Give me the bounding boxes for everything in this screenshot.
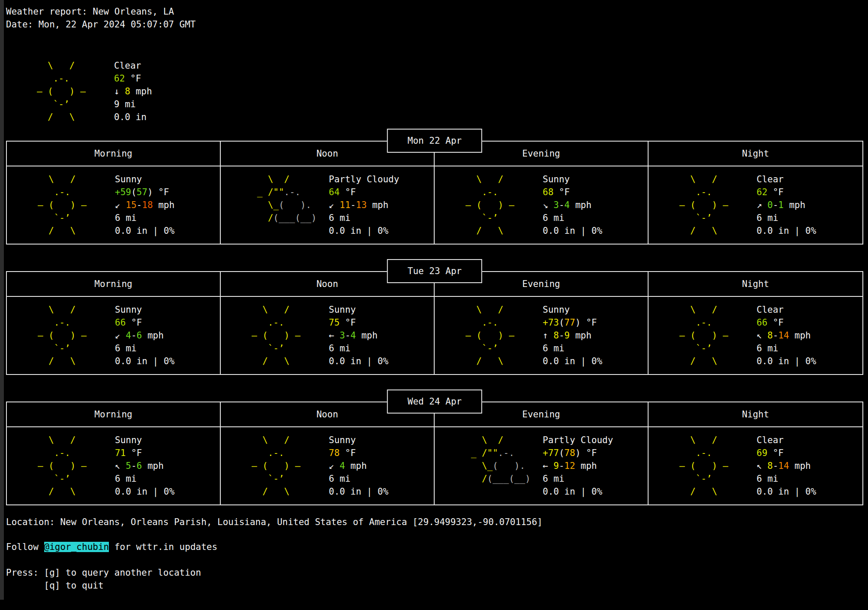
condition-text: Sunny — [115, 303, 174, 316]
weather-art-partly: \ / _ /"".-. \_( ). /(___(__) — [221, 173, 329, 237]
forecast-table-wed-24-apr: Wed 24 AprMorningNoonEveningNight \ / .-… — [6, 402, 863, 505]
precipitation-text: 0.0 in — [114, 111, 152, 124]
forecast-cell-noon: \ / _ /"".-. \_( ). /(___(__) Partly Clo… — [221, 166, 435, 244]
temperature-text: 62 °F — [757, 186, 816, 199]
wind-text: ← 3-4 mph — [329, 329, 388, 342]
weather-art-sunny: \ / .-. ‒ ( ) ‒ `-’ / \ — [221, 303, 329, 368]
visibility-text: 6 mi — [329, 211, 399, 224]
weather-report: Weather report: New Orleans, LA Date: Mo… — [6, 5, 863, 592]
visibility-text: 6 mi — [329, 472, 388, 485]
report-date: Date: Mon, 22 Apr 2024 05:07:07 GMT — [6, 18, 863, 31]
weather-art-sunny: \ / .-. ‒ ( ) ‒ `-’ / \ — [435, 303, 543, 368]
visibility-text: 6 mi — [757, 472, 816, 485]
condition-text: Clear — [114, 59, 152, 72]
temperature-text: +73(77) °F — [543, 316, 602, 329]
forecast-cell-info: Sunny71 °F↖ 5-6 mph6 mi0.0 in | 0% — [115, 434, 174, 498]
condition-text: Clear — [757, 434, 816, 447]
wind-text: ↗ 0-1 mph — [757, 199, 816, 211]
period-header-night: Night — [649, 142, 862, 166]
condition-text: Clear — [757, 173, 816, 186]
condition-text: Partly Cloudy — [543, 434, 613, 447]
wind-text: ↑ 8-9 mph — [543, 329, 602, 342]
precipitation-text: 0.0 in | 0% — [329, 485, 388, 498]
visibility-text: 9 mi — [114, 98, 152, 111]
weather-art-sunny: \ / .-. ‒ ( ) ‒ `-’ / \ — [7, 173, 115, 237]
wind-text: ← 9-12 mph — [543, 459, 613, 472]
keyboard-hints: Press: [g] to query another location [q]… — [6, 566, 863, 592]
visibility-text: 6 mi — [543, 211, 602, 224]
temperature-text: 75 °F — [329, 316, 388, 329]
precipitation-text: 0.0 in | 0% — [543, 224, 602, 237]
temperature-text: 64 °F — [329, 186, 399, 199]
precipitation-text: 0.0 in | 0% — [543, 485, 613, 498]
wind-text: ↓ 8 mph — [114, 85, 152, 98]
temperature-text: +59(57) °F — [115, 186, 174, 199]
twitter-handle-badge[interactable]: @igor_chubin — [44, 542, 109, 552]
condition-text: Clear — [757, 303, 816, 316]
weather-art-sunny: \ / .-. ‒ ( ) ‒ `-’ / \ — [6, 59, 114, 124]
terminal-scrollbar[interactable] — [0, 0, 4, 600]
forecast-table-mon-22-apr: Mon 22 AprMorningNoonEveningNight \ / .-… — [6, 141, 863, 245]
forecast-cell-info: Sunny75 °F← 3-4 mph6 mi0.0 in | 0% — [329, 303, 388, 368]
forecast-cell-morning: \ / .-. ‒ ( ) ‒ `-’ / \Sunny66 °F↙ 4-6 m… — [7, 297, 221, 374]
temperature-text: 66 °F — [757, 316, 816, 329]
wind-text: ↖ 8-14 mph — [757, 329, 816, 342]
temperature-text: 68 °F — [543, 186, 602, 199]
precipitation-text: 0.0 in | 0% — [543, 355, 602, 368]
precipitation-text: 0.0 in | 0% — [329, 355, 388, 368]
condition-text: Partly Cloudy — [329, 173, 399, 186]
temperature-text: 78 °F — [329, 447, 388, 459]
forecast-cell-morning: \ / .-. ‒ ( ) ‒ `-’ / \Sunny71 °F↖ 5-6 m… — [7, 427, 221, 504]
forecast-cell-info: Sunny68 °F↘ 3-4 mph6 mi0.0 in | 0% — [543, 173, 602, 237]
forecast-table-tue-23-apr: Tue 23 AprMorningNoonEveningNight \ / .-… — [6, 271, 863, 375]
weather-art-sunny: \ / .-. ‒ ( ) ‒ `-’ / \ — [435, 173, 543, 237]
precipitation-text: 0.0 in | 0% — [757, 485, 816, 498]
forecast-cell-info: Sunny66 °F↙ 4-6 mph6 mi0.0 in | 0% — [115, 303, 174, 368]
wind-text: ↖ 8-14 mph — [757, 459, 816, 472]
current-info: Clear62 °F↓ 8 mph9 mi0.0 in — [114, 59, 152, 124]
location-line: Location: New Orleans, Orleans Parish, L… — [6, 516, 863, 528]
day-label: Mon 22 Apr — [387, 129, 482, 153]
terminal-window[interactable]: Weather report: New Orleans, LA Date: Mo… — [0, 0, 868, 610]
condition-text: Sunny — [543, 303, 602, 316]
hint-quit: [q] to quit — [6, 579, 863, 592]
visibility-text: 6 mi — [757, 211, 816, 224]
wind-text: ↙ 11-13 mph — [329, 199, 399, 211]
period-header-night: Night — [649, 272, 862, 296]
visibility-text: 6 mi — [543, 342, 602, 355]
forecast-tables: Mon 22 AprMorningNoonEveningNight \ / .-… — [6, 141, 863, 505]
precipitation-text: 0.0 in | 0% — [757, 224, 816, 237]
forecast-cell-info: Clear69 °F↖ 8-14 mph6 mi0.0 in | 0% — [757, 434, 816, 498]
condition-text: Sunny — [329, 303, 388, 316]
wind-text: ↙ 4-6 mph — [115, 329, 174, 342]
hint-query-location: Press: [g] to query another location — [6, 566, 863, 579]
forecast-row: \ / .-. ‒ ( ) ‒ `-’ / \Sunny66 °F↙ 4-6 m… — [7, 297, 862, 374]
visibility-text: 6 mi — [115, 211, 174, 224]
wind-text: ↖ 5-6 mph — [115, 459, 174, 472]
precipitation-text: 0.0 in | 0% — [115, 355, 174, 368]
visibility-text: 6 mi — [329, 342, 388, 355]
precipitation-text: 0.0 in | 0% — [329, 224, 399, 237]
forecast-cell-noon: \ / .-. ‒ ( ) ‒ `-’ / \Sunny78 °F↙ 4 mph… — [221, 427, 435, 504]
precipitation-text: 0.0 in | 0% — [115, 485, 174, 498]
visibility-text: 6 mi — [115, 342, 174, 355]
current-conditions: \ / .-. ‒ ( ) ‒ `-’ / \ Clear62 °F↓ 8 mp… — [6, 59, 863, 124]
condition-text: Sunny — [329, 434, 388, 447]
day-label: Wed 24 Apr — [387, 390, 482, 414]
weather-art-sunny: \ / .-. ‒ ( ) ‒ `-’ / \ — [7, 303, 115, 368]
day-label: Tue 23 Apr — [387, 259, 482, 283]
follow-suffix: for wttr.in updates — [109, 542, 217, 552]
visibility-text: 6 mi — [757, 342, 816, 355]
condition-text: Sunny — [115, 173, 174, 186]
wind-text: ↙ 4 mph — [329, 459, 388, 472]
forecast-cell-info: Sunny+59(57) °F↙ 15-18 mph6 mi0.0 in | 0… — [115, 173, 174, 237]
forecast-cell-info: Partly Cloudy+77(78) °F← 9-12 mph6 mi0.0… — [543, 434, 613, 498]
condition-text: Sunny — [115, 434, 174, 447]
forecast-cell-evening: \ / _ /"".-. \_( ). /(___(__) Partly Clo… — [435, 427, 649, 504]
period-header-morning: Morning — [7, 272, 221, 296]
forecast-cell-night: \ / .-. ‒ ( ) ‒ `-’ / \Clear69 °F↖ 8-14 … — [649, 427, 862, 504]
condition-text: Sunny — [543, 173, 602, 186]
temperature-text: 69 °F — [757, 447, 816, 459]
visibility-text: 6 mi — [543, 472, 613, 485]
precipitation-text: 0.0 in | 0% — [115, 224, 174, 237]
